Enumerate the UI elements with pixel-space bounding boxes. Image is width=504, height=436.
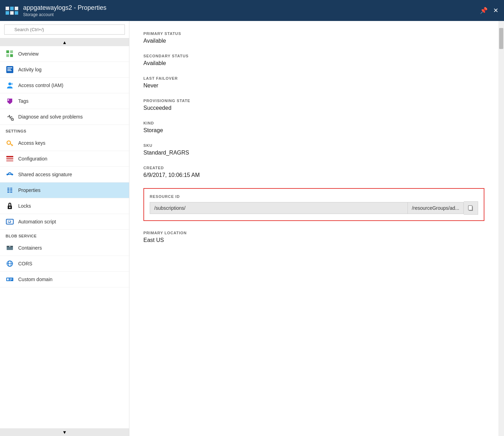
primary-status-label: PRIMARY STATUS bbox=[143, 31, 484, 36]
svg-rect-1 bbox=[6, 54, 9, 57]
svg-line-17 bbox=[13, 120, 14, 121]
svg-point-26 bbox=[12, 174, 13, 176]
resource-id-input[interactable] bbox=[150, 202, 408, 214]
sidebar-item-activity-log[interactable]: Activity log bbox=[0, 62, 129, 78]
sidebar-item-containers[interactable]: Containers bbox=[0, 240, 129, 256]
sidebar-item-custom-domain[interactable]: Custom domain bbox=[0, 272, 129, 287]
provisioning-state-value: Succeeded bbox=[143, 105, 484, 111]
last-failover-label: LAST FAILOVER bbox=[143, 76, 484, 80]
created-value: 6/9/2017, 10:06:15 AM bbox=[143, 172, 484, 178]
sidebar-item-tags[interactable]: Tags bbox=[0, 93, 129, 109]
created-label: CREATED bbox=[143, 166, 484, 170]
tags-icon bbox=[6, 97, 14, 105]
sidebar-item-properties[interactable]: Properties bbox=[0, 183, 129, 198]
diagnose-icon bbox=[6, 113, 14, 121]
svg-rect-48 bbox=[9, 279, 12, 279]
secondary-status-label: SECONDARY STATUS bbox=[143, 54, 484, 58]
sidebar-item-automation[interactable]: Automation script bbox=[0, 214, 129, 230]
containers-label: Containers bbox=[18, 245, 42, 251]
tags-label: Tags bbox=[18, 98, 29, 104]
content-scrollbar bbox=[498, 21, 504, 436]
svg-rect-5 bbox=[7, 67, 12, 68]
containers-icon bbox=[6, 244, 14, 252]
svg-rect-2 bbox=[10, 50, 13, 53]
sidebar-item-configuration[interactable]: Configuration bbox=[0, 151, 129, 167]
svg-rect-21 bbox=[6, 156, 13, 157]
iam-label: Access control (IAM) bbox=[18, 83, 63, 88]
provisioning-state-label: PROVISIONING STATE bbox=[143, 99, 484, 103]
close-button[interactable]: ✕ bbox=[493, 7, 498, 14]
overview-label: Overview bbox=[18, 51, 38, 57]
app-logo bbox=[6, 7, 18, 15]
kind-label: KIND bbox=[143, 121, 484, 125]
sidebar-item-iam[interactable]: Access control (IAM) bbox=[0, 78, 129, 93]
svg-point-10 bbox=[8, 99, 9, 101]
svg-point-36 bbox=[9, 207, 10, 208]
scrollbar-thumb[interactable] bbox=[499, 28, 503, 49]
svg-line-14 bbox=[10, 117, 11, 119]
primary-location-label: PRIMARY LOCATION bbox=[143, 231, 484, 235]
automation-icon bbox=[6, 217, 14, 226]
svg-rect-0 bbox=[6, 50, 9, 53]
svg-rect-7 bbox=[7, 70, 12, 71]
scroll-up-button[interactable]: ▲ bbox=[0, 38, 129, 46]
content-area: PRIMARY STATUS Available SECONDARY STATU… bbox=[129, 21, 498, 436]
resource-id-suffix: /resourceGroups/ad... bbox=[408, 202, 464, 214]
sidebar-nav: Overview Activity log bbox=[0, 46, 129, 428]
resource-id-input-row: /resourceGroups/ad... bbox=[150, 201, 478, 215]
cors-label: CORS bbox=[18, 261, 32, 266]
svg-point-18 bbox=[7, 141, 10, 144]
properties-label: Properties bbox=[18, 187, 41, 193]
svg-rect-6 bbox=[7, 69, 11, 70]
sku-label: SKU bbox=[143, 143, 484, 148]
copy-icon bbox=[467, 205, 474, 212]
activity-log-label: Activity log bbox=[18, 67, 42, 72]
locks-label: Locks bbox=[18, 203, 31, 209]
custom-domain-icon bbox=[6, 275, 14, 284]
svg-point-42 bbox=[9, 246, 10, 247]
sidebar-item-access-keys[interactable]: Access keys bbox=[0, 135, 129, 151]
svg-point-25 bbox=[7, 174, 8, 176]
secondary-status-group: SECONDARY STATUS Available bbox=[143, 54, 484, 66]
sidebar-item-diagnose[interactable]: Diagnose and solve problems bbox=[0, 109, 129, 125]
configuration-label: Configuration bbox=[18, 156, 47, 162]
properties-icon bbox=[6, 186, 14, 194]
last-failover-group: LAST FAILOVER Never bbox=[143, 76, 484, 89]
last-failover-value: Never bbox=[143, 83, 484, 89]
kind-group: KIND Storage bbox=[143, 121, 484, 134]
custom-domain-label: Custom domain bbox=[18, 277, 52, 282]
iam-icon bbox=[6, 81, 14, 90]
access-keys-icon bbox=[6, 139, 14, 147]
sidebar-search: 🔍 bbox=[0, 21, 129, 38]
secondary-status-value: Available bbox=[143, 60, 484, 66]
kind-value: Storage bbox=[143, 127, 484, 134]
resource-id-label: RESOURCE ID bbox=[150, 194, 478, 199]
sidebar-item-locks[interactable]: Locks bbox=[0, 198, 129, 214]
svg-rect-22 bbox=[6, 158, 13, 159]
shared-access-label: Shared access signature bbox=[18, 172, 72, 177]
settings-section-header: SETTINGS bbox=[0, 125, 129, 135]
shared-access-icon bbox=[6, 170, 14, 179]
resource-id-copy-button[interactable] bbox=[464, 201, 478, 215]
primary-location-value: East US bbox=[143, 237, 484, 243]
activity-log-icon bbox=[6, 65, 14, 74]
sku-group: SKU Standard_RAGRS bbox=[143, 143, 484, 156]
configuration-icon bbox=[6, 155, 14, 163]
window-subtitle: Storage account bbox=[23, 12, 480, 17]
svg-point-8 bbox=[8, 83, 11, 85]
pin-button[interactable]: 📌 bbox=[480, 7, 488, 14]
title-bar-actions: 📌 ✕ bbox=[480, 7, 498, 14]
search-input[interactable] bbox=[4, 24, 125, 35]
scroll-down-button[interactable]: ▼ bbox=[0, 428, 129, 436]
automation-label: Automation script bbox=[18, 219, 56, 224]
provisioning-state-group: PROVISIONING STATE Succeeded bbox=[143, 99, 484, 111]
svg-rect-51 bbox=[468, 206, 472, 210]
sidebar-item-shared-access[interactable]: Shared access signature bbox=[0, 167, 129, 183]
sidebar-item-overview[interactable]: Overview bbox=[0, 46, 129, 62]
sidebar-item-cors[interactable]: CORS bbox=[0, 256, 129, 272]
cors-icon bbox=[6, 259, 14, 268]
diagnose-label: Diagnose and solve problems bbox=[18, 114, 83, 120]
overview-icon bbox=[6, 50, 14, 58]
locks-icon bbox=[6, 202, 14, 210]
svg-rect-47 bbox=[7, 278, 9, 280]
